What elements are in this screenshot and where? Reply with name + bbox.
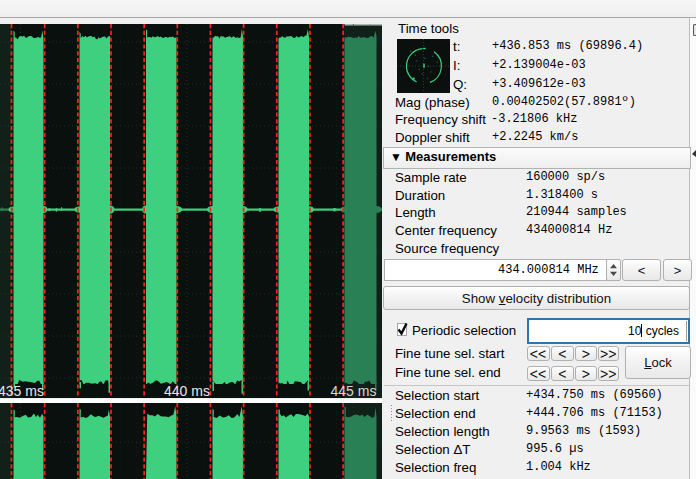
svg-text:445 ms: 445 ms [331, 383, 377, 398]
svg-text:440 ms: 440 ms [164, 383, 210, 398]
svg-text:435 ms: 435 ms [0, 383, 44, 398]
